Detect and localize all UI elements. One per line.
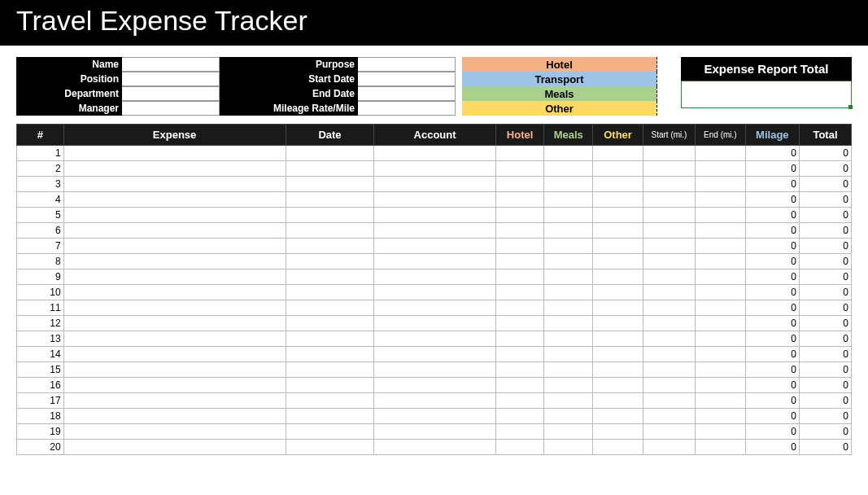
cell-date[interactable] (286, 239, 374, 254)
cell-date[interactable] (286, 161, 374, 177)
input-department[interactable] (122, 86, 220, 101)
cell-date[interactable] (286, 409, 374, 424)
cell-start[interactable] (643, 424, 695, 440)
cell-other[interactable] (593, 316, 643, 331)
cell-hotel[interactable] (495, 208, 544, 223)
cell-other[interactable] (593, 254, 643, 269)
cell-meals[interactable] (544, 347, 593, 362)
cell-meals[interactable] (544, 362, 593, 378)
cell-meals[interactable] (544, 208, 593, 223)
cell-end[interactable] (695, 409, 745, 424)
cell-hotel[interactable] (495, 347, 544, 362)
cell-hotel[interactable] (495, 269, 544, 285)
cell-start[interactable] (643, 208, 695, 223)
cell-expense[interactable] (63, 223, 286, 239)
cell-hotel[interactable] (495, 393, 544, 409)
cell-end[interactable] (695, 208, 745, 223)
cell-end[interactable] (695, 378, 745, 393)
cell-account[interactable] (374, 424, 495, 440)
cell-end[interactable] (695, 424, 745, 440)
cell-end[interactable] (695, 440, 745, 455)
cell-meals[interactable] (544, 177, 593, 192)
input-mileage-rate[interactable] (358, 101, 456, 116)
cell-expense[interactable] (63, 409, 286, 424)
cell-account[interactable] (374, 146, 495, 161)
cell-end[interactable] (695, 393, 745, 409)
cell-other[interactable] (593, 347, 643, 362)
cell-date[interactable] (286, 300, 374, 316)
cell-meals[interactable] (544, 378, 593, 393)
cell-date[interactable] (286, 285, 374, 300)
cell-meals[interactable] (544, 409, 593, 424)
cell-other[interactable] (593, 177, 643, 192)
cell-hotel[interactable] (495, 424, 544, 440)
cell-hotel[interactable] (495, 177, 544, 192)
cell-date[interactable] (286, 177, 374, 192)
cell-start[interactable] (643, 254, 695, 269)
cell-start[interactable] (643, 347, 695, 362)
cell-other[interactable] (593, 146, 643, 161)
cell-hotel[interactable] (495, 300, 544, 316)
cell-date[interactable] (286, 424, 374, 440)
cell-date[interactable] (286, 254, 374, 269)
cell-expense[interactable] (63, 239, 286, 254)
cell-start[interactable] (643, 223, 695, 239)
cell-start[interactable] (643, 146, 695, 161)
cell-meals[interactable] (544, 269, 593, 285)
cell-start[interactable] (643, 285, 695, 300)
cell-hotel[interactable] (495, 192, 544, 208)
cell-date[interactable] (286, 362, 374, 378)
cell-hotel[interactable] (495, 254, 544, 269)
cell-account[interactable] (374, 192, 495, 208)
cell-other[interactable] (593, 424, 643, 440)
cell-start[interactable] (643, 362, 695, 378)
cell-account[interactable] (374, 393, 495, 409)
cell-meals[interactable] (544, 161, 593, 177)
cell-meals[interactable] (544, 424, 593, 440)
cell-end[interactable] (695, 347, 745, 362)
cell-start[interactable] (643, 177, 695, 192)
cell-end[interactable] (695, 362, 745, 378)
cell-other[interactable] (593, 285, 643, 300)
cell-end[interactable] (695, 316, 745, 331)
cell-expense[interactable] (63, 146, 286, 161)
cell-account[interactable] (374, 208, 495, 223)
cell-start[interactable] (643, 192, 695, 208)
cell-meals[interactable] (544, 331, 593, 347)
cell-date[interactable] (286, 378, 374, 393)
cell-start[interactable] (643, 409, 695, 424)
cell-date[interactable] (286, 331, 374, 347)
cell-account[interactable] (374, 161, 495, 177)
cell-start[interactable] (643, 239, 695, 254)
cell-start[interactable] (643, 316, 695, 331)
cell-hotel[interactable] (495, 378, 544, 393)
cell-expense[interactable] (63, 393, 286, 409)
cell-meals[interactable] (544, 146, 593, 161)
cell-expense[interactable] (63, 424, 286, 440)
cell-date[interactable] (286, 146, 374, 161)
cell-end[interactable] (695, 192, 745, 208)
cell-other[interactable] (593, 208, 643, 223)
cell-date[interactable] (286, 347, 374, 362)
cell-date[interactable] (286, 223, 374, 239)
cell-meals[interactable] (544, 300, 593, 316)
cell-date[interactable] (286, 440, 374, 455)
cell-meals[interactable] (544, 223, 593, 239)
cell-date[interactable] (286, 316, 374, 331)
cell-meals[interactable] (544, 393, 593, 409)
cell-meals[interactable] (544, 192, 593, 208)
cell-expense[interactable] (63, 285, 286, 300)
cell-other[interactable] (593, 192, 643, 208)
cell-account[interactable] (374, 347, 495, 362)
cell-account[interactable] (374, 440, 495, 455)
cell-end[interactable] (695, 161, 745, 177)
cell-account[interactable] (374, 269, 495, 285)
cell-other[interactable] (593, 409, 643, 424)
cell-expense[interactable] (63, 316, 286, 331)
cell-start[interactable] (643, 300, 695, 316)
cell-other[interactable] (593, 378, 643, 393)
cell-other[interactable] (593, 393, 643, 409)
cell-other[interactable] (593, 223, 643, 239)
cell-end[interactable] (695, 223, 745, 239)
cell-hotel[interactable] (495, 146, 544, 161)
